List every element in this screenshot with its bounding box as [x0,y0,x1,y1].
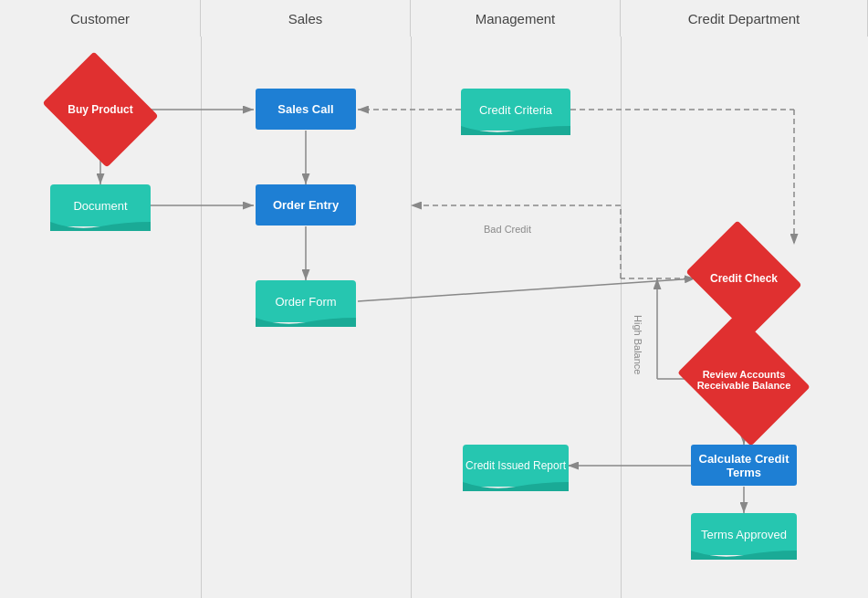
terms-approved-shape: Terms Approved [691,513,797,555]
divider-2 [411,37,412,598]
high-balance-label: High Balance [633,315,643,374]
order-form-shape: Order Form [256,280,356,322]
divider-1 [201,37,202,598]
sales-call-shape: Sales Call [256,89,356,130]
order-entry-shape: Order Entry [256,184,356,226]
diagram-container: Customer Sales Management Credit Departm… [0,0,868,598]
swimlane-header-management: Management [411,0,621,37]
bad-credit-label: Bad Credit [484,224,531,235]
divider-3 [621,37,622,598]
svg-line-13 [358,278,695,301]
calculate-credit-shape: Calculate Credit Terms [691,445,797,486]
credit-criteria-shape: Credit Criteria [461,89,570,131]
document-shape: Document [50,184,151,226]
swimlane-header-sales: Sales [201,0,411,37]
credit-issued-shape: Credit Issued Report [463,445,569,487]
swimlane-header-customer: Customer [0,0,201,37]
review-ar-diamond: Review Accounts Receivable Balance [692,338,796,422]
credit-check-diamond: Credit Check [698,242,790,315]
swimlane-header-credit: Credit Department [621,0,868,37]
buy-product-diamond: Buy Product [55,73,146,146]
